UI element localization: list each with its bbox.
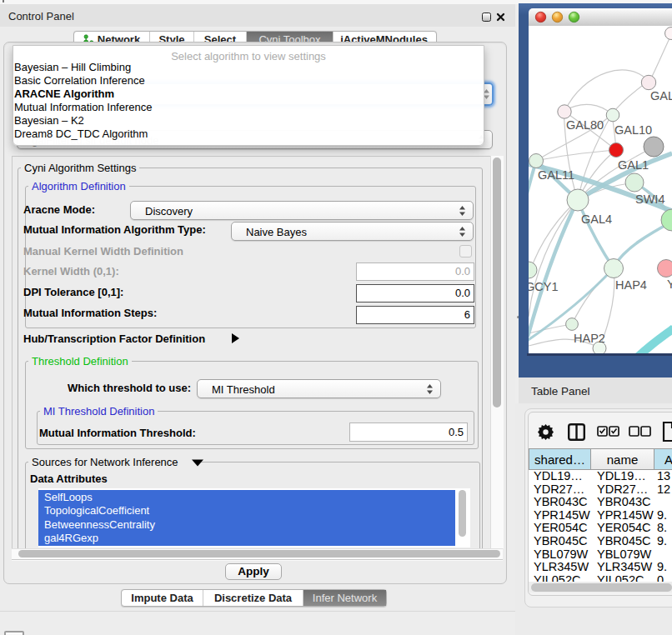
svg-text:SWI4: SWI4 (635, 192, 664, 206)
svg-text:HAP4: HAP4 (615, 278, 647, 292)
svg-text:GAL4: GAL4 (581, 212, 612, 226)
svg-text:HAP2: HAP2 (574, 332, 605, 345)
svg-text:GAL1: GAL1 (618, 158, 649, 172)
svg-text:GAL: GAL (650, 89, 672, 102)
svg-text:GAL80: GAL80 (566, 118, 604, 132)
svg-text:Y: Y (667, 278, 672, 291)
svg-text:GAL10: GAL10 (614, 123, 652, 137)
svg-text:GAL11: GAL11 (538, 168, 574, 182)
svg-text:GCY1: GCY1 (529, 280, 559, 293)
